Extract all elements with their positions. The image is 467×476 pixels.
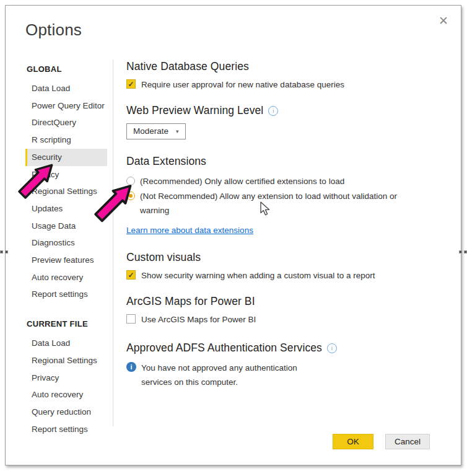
sidebar-item-security[interactable]: Security: [25, 149, 107, 166]
selection-handle: [5, 250, 8, 253]
section-native-database-queries: Native Database Queries ✓ Require user a…: [126, 60, 445, 90]
radio-allow-any-extension[interactable]: [126, 192, 135, 200]
section-heading: Web Preview Warning Leveli: [126, 104, 445, 117]
info-icon[interactable]: i: [327, 343, 337, 353]
sidebar-item-preview-features[interactable]: Preview features: [25, 252, 107, 269]
warning-level-dropdown[interactable]: Moderate ▾: [126, 123, 186, 139]
sidebar-item-cf-auto-recovery[interactable]: Auto recovery: [25, 386, 107, 403]
use-arcgis-checkbox[interactable]: ✓: [126, 314, 136, 324]
sidebar-item-cf-query-reduction[interactable]: Query reduction: [25, 403, 107, 421]
section-heading: Approved ADFS Authentication Servicesi: [126, 341, 445, 355]
section-arcgis: ArcGIS Maps for Power BI ✓ Use ArcGIS Ma…: [126, 294, 445, 325]
chevron-down-icon: ▾: [176, 128, 179, 134]
info-filled-icon: i: [126, 362, 136, 372]
settings-panel: Native Database Queries ✓ Require user a…: [126, 60, 445, 403]
radio-dot-icon: [129, 194, 133, 198]
selection-handle: [459, 250, 462, 253]
checkbox-label: Show security warning when adding a cust…: [141, 270, 375, 281]
sidebar-item-report-settings[interactable]: Report settings: [25, 286, 107, 303]
sidebar-item-power-query-editor[interactable]: Power Query Editor: [25, 97, 107, 115]
section-heading: Custom visuals: [126, 250, 445, 264]
sidebar-item-diagnostics[interactable]: Diagnostics: [25, 234, 107, 252]
section-data-extensions: Data Extensions (Recommended) Only allow…: [126, 154, 445, 235]
section-web-preview-warning: Web Preview Warning Leveli Moderate ▾: [126, 104, 445, 139]
info-icon[interactable]: i: [268, 106, 278, 116]
sidebar-item-data-load[interactable]: Data Load: [25, 80, 107, 97]
sidebar-section-current-file: CURRENT FILE: [25, 315, 107, 335]
sidebar-item-updates[interactable]: Updates: [25, 200, 107, 218]
cancel-button[interactable]: Cancel: [385, 434, 430, 449]
section-custom-visuals: Custom visuals ✓ Show security warning w…: [126, 250, 445, 281]
checkbox-label: Require user approval for new native dat…: [141, 79, 344, 90]
radio-label: (Not Recommended) Allow any extension to…: [140, 189, 424, 218]
checkbox-label: Use ArcGIS Maps for Power BI: [141, 314, 256, 325]
selection-handle: [464, 250, 467, 253]
sidebar-item-regional-settings[interactable]: Regional Settings: [25, 183, 107, 200]
selection-handle: [0, 250, 3, 253]
close-icon[interactable]: ✕: [435, 12, 452, 29]
options-dialog: Options ✕ GLOBAL Data Load Power Query E…: [5, 5, 461, 465]
sidebar-section-global: GLOBAL: [25, 60, 107, 80]
sidebar-item-cf-data-load[interactable]: Data Load: [25, 335, 107, 352]
sidebar-item-privacy[interactable]: Privacy: [25, 166, 107, 183]
sidebar-divider: [113, 60, 113, 426]
page-title: Options: [25, 20, 82, 40]
sidebar: GLOBAL Data Load Power Query Editor Dire…: [25, 60, 107, 438]
section-heading: Data Extensions: [126, 154, 445, 168]
sidebar-item-cf-report-settings[interactable]: Report settings: [25, 421, 107, 438]
section-heading: ArcGIS Maps for Power BI: [126, 294, 445, 308]
learn-more-link[interactable]: Learn more about data extensions: [126, 226, 253, 235]
adfs-note: You have not approved any authentication…: [141, 361, 297, 389]
section-adfs: Approved ADFS Authentication Servicesi i…: [126, 341, 445, 389]
sidebar-item-usage-data[interactable]: Usage Data: [25, 218, 107, 235]
dialog-footer: OK Cancel: [333, 434, 430, 449]
checkmark-icon: ✓: [128, 271, 134, 279]
checkmark-icon: ✓: [128, 81, 134, 88]
radio-label: (Recommended) Only allow certified exten…: [140, 174, 344, 188]
section-heading: Native Database Queries: [126, 60, 445, 73]
sidebar-item-r-scripting[interactable]: R scripting: [25, 131, 107, 149]
require-approval-checkbox[interactable]: ✓: [126, 79, 136, 89]
radio-certified-only[interactable]: [126, 177, 135, 185]
sidebar-item-auto-recovery[interactable]: Auto recovery: [25, 269, 107, 286]
ok-button[interactable]: OK: [333, 434, 373, 449]
show-security-warning-checkbox[interactable]: ✓: [126, 270, 136, 280]
dropdown-value: Moderate: [133, 126, 168, 136]
sidebar-item-directquery[interactable]: DirectQuery: [25, 114, 107, 131]
sidebar-item-cf-regional-settings[interactable]: Regional Settings: [25, 352, 107, 369]
sidebar-item-cf-privacy[interactable]: Privacy: [25, 369, 107, 387]
